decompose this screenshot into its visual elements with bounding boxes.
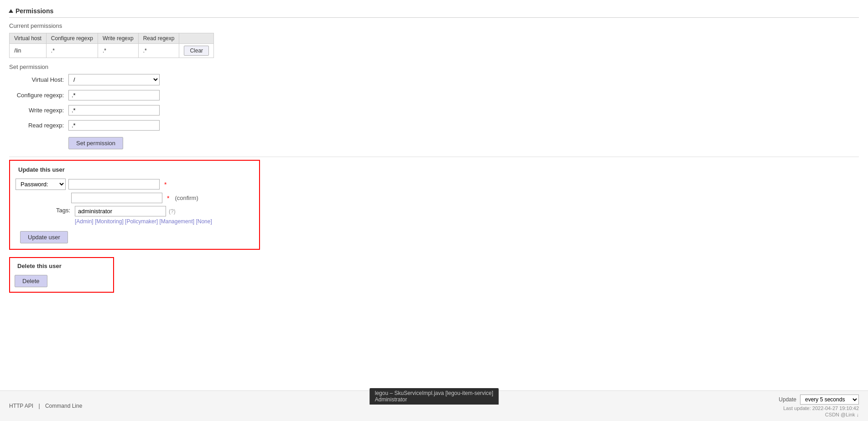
cell-read-regexp: .* [138,44,179,58]
confirm-text: (confirm) [175,195,198,201]
taskbar-sub-text: Administrator [375,396,493,403]
read-regexp-row: Read regexp: [9,120,859,131]
cell-write-regexp: .* [98,44,138,58]
permissions-title: Permissions [16,7,53,15]
cell-virtual-host: /lin [10,44,47,58]
col-read-regexp: Read regexp [138,33,179,44]
confirm-required-star: * [167,195,169,202]
current-permissions-label: Current permissions [9,22,859,29]
cell-configure-regexp: .* [46,44,98,58]
col-write-regexp: Write regexp [98,33,138,44]
interval-select[interactable]: every 5 seconds every 10 seconds every 3… [800,395,859,405]
password-row: Password: * [16,179,254,190]
col-virtual-host: Virtual host [10,33,47,44]
read-regexp-input[interactable] [68,120,160,131]
delete-user-title: Delete this user [17,263,62,269]
tags-hint: (?) [169,208,176,215]
virtual-host-select[interactable]: / [68,74,160,85]
configure-regexp-label: Configure regexp: [9,92,68,99]
configure-regexp-input[interactable] [68,90,160,100]
delete-button[interactable]: Delete [15,275,47,287]
virtual-host-label: Virtual Host: [9,76,68,83]
delete-user-box: Delete this user Delete [9,257,114,293]
write-regexp-input[interactable] [68,105,160,116]
configure-regexp-row: Configure regexp: [9,90,859,100]
set-permission-section: Set permission Virtual Host: / Configure… [9,63,859,149]
command-line-link[interactable]: Command Line [45,403,82,409]
set-permission-label: Set permission [9,63,859,70]
confirm-password-row: * (confirm) [16,193,254,203]
update-label: Update [779,396,796,403]
last-update-text: Last update: 2022-04-27 19:10:42 [783,405,859,411]
col-configure-regexp: Configure regexp [46,33,98,44]
taskbar-bottom: legou – SkuServiceImpl.java [legou-item-… [369,388,499,405]
csdn-link: CSDN @Link ↓ [825,412,859,417]
update-user-title: Update this user [18,166,65,173]
update-user-box: Update this user Password: * * (confirm)… [9,160,260,250]
set-permission-button[interactable]: Set permission [68,137,123,149]
password-type-select[interactable]: Password: [16,179,66,190]
footer-separator: | [38,403,40,409]
update-user-header: Update this user [16,166,254,173]
cell-clear-action[interactable]: Clear [179,44,214,58]
update-interval-row: Update every 5 seconds every 10 seconds … [779,395,859,405]
tags-label: Tags: [16,206,75,214]
read-regexp-label: Read regexp: [9,122,68,129]
write-regexp-row: Write regexp: [9,105,859,116]
taskbar-text: legou – SkuServiceImpl.java [legou-item-… [375,390,493,396]
tags-options: [Admin] [Monitoring] [Policymaker] [Mana… [75,218,212,225]
clear-button[interactable]: Clear [184,46,209,56]
http-api-link[interactable]: HTTP API [9,403,33,409]
virtual-host-row: Virtual Host: / [9,74,859,85]
confirm-password-input[interactable] [71,193,162,203]
footer-right: Update every 5 seconds every 10 seconds … [779,395,859,417]
update-user-button[interactable]: Update user [20,231,68,243]
col-action [179,33,214,44]
password-required-star: * [164,181,166,188]
password-input[interactable] [68,179,160,189]
tags-row: Tags: (?) [Admin] [Monitoring] [Policyma… [16,206,254,225]
collapse-icon [9,9,13,13]
tags-input[interactable] [75,206,166,216]
write-regexp-label: Write regexp: [9,107,68,114]
delete-user-header: Delete this user [15,263,109,269]
permissions-section-header: Permissions [9,5,859,18]
table-row: /lin .* .* .* Clear [10,44,214,58]
permissions-table: Virtual host Configure regexp Write rege… [9,33,214,58]
footer-links: HTTP API | Command Line [9,403,86,409]
